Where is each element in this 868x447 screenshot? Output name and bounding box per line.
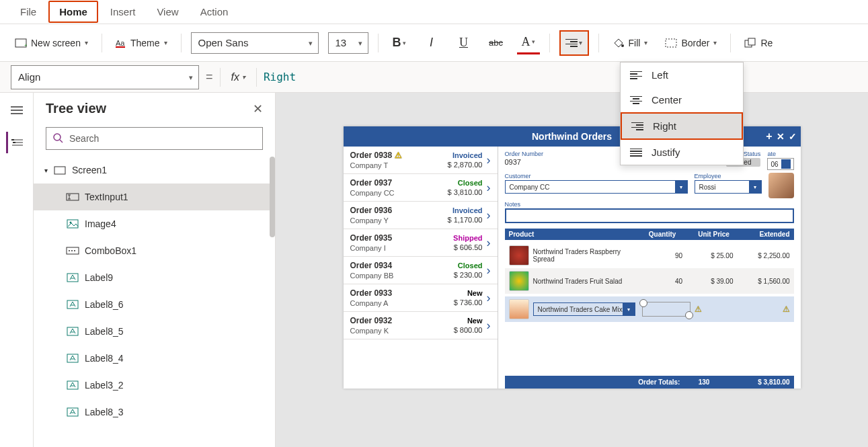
tree-node-textinput1[interactable]: TextInput1 bbox=[34, 184, 275, 210]
order-row[interactable]: Order 0938 ⚠Company TInvoiced$ 2,870.00› bbox=[344, 147, 498, 174]
tree-node-screen1[interactable]: ▾ Screen1 bbox=[34, 157, 275, 184]
menu-insert[interactable]: Insert bbox=[101, 2, 145, 22]
order-amount: $ 230.00 bbox=[454, 271, 483, 279]
product-header: Product Quantity Unit Price Extended bbox=[505, 229, 794, 240]
order-row[interactable]: Order 0933Company ANew$ 736.00› bbox=[344, 284, 498, 312]
chevron-right-icon: › bbox=[487, 208, 491, 222]
tree-node-label8_3[interactable]: Label8_3 bbox=[34, 399, 275, 425]
align-right-icon bbox=[631, 122, 643, 130]
canvas[interactable]: Northwind Orders + ✕ ✓ Order 0938 ⚠Compa… bbox=[276, 93, 868, 447]
date-picker[interactable]: 06 bbox=[767, 158, 793, 170]
tree-node-label8_6[interactable]: Label8_6 bbox=[34, 291, 275, 318]
new-product-row[interactable]: Northwind Traders Cake Mix▾ ⚠ ⚠ bbox=[505, 296, 794, 322]
order-id: Order 0936 bbox=[350, 206, 393, 215]
save-icon[interactable]: ✓ bbox=[789, 131, 797, 142]
screen-icon bbox=[53, 165, 67, 175]
scrollbar[interactable] bbox=[270, 157, 275, 237]
tree-node-label: Label3_2 bbox=[85, 380, 124, 391]
tree-node-image4[interactable]: Image4 bbox=[34, 210, 275, 237]
fill-button[interactable]: Fill ▾ bbox=[608, 35, 652, 51]
product-row[interactable]: Northwind Traders Fruit Salad40$ 39.00$ … bbox=[505, 268, 794, 294]
align-left-item[interactable]: Left bbox=[621, 63, 743, 87]
menu-action[interactable]: Action bbox=[191, 2, 238, 22]
product-thumbnail bbox=[509, 245, 529, 266]
product-qty: 40 bbox=[642, 278, 683, 285]
totals-row: Order Totals: 130 $ 3,810.00 bbox=[505, 376, 794, 389]
product-name: Northwind Traders Fruit Salad bbox=[533, 278, 638, 285]
align-right-icon bbox=[565, 39, 578, 47]
search-input[interactable]: Search bbox=[46, 127, 263, 150]
order-amount: $ 3,810.00 bbox=[448, 188, 483, 196]
label-icon bbox=[66, 326, 79, 337]
menu-file[interactable]: File bbox=[11, 2, 46, 22]
property-value: Align bbox=[18, 71, 40, 83]
border-label: Border bbox=[681, 38, 709, 48]
ribbon: + New screen ▾ Aa Theme ▾ Open Sans ▾ 13… bbox=[0, 24, 868, 62]
selection-handles[interactable] bbox=[642, 302, 691, 317]
order-id: Order 0933 bbox=[350, 288, 393, 298]
order-status: Shipped bbox=[453, 234, 482, 242]
chevron-down-icon: ▾ bbox=[358, 38, 362, 47]
fx-button[interactable]: fx▾ bbox=[227, 71, 249, 83]
tree-list[interactable]: ▾ Screen1 TextInput1Image4ComboBox1Label… bbox=[34, 157, 275, 447]
hamburger-icon[interactable] bbox=[6, 99, 28, 121]
tree-node-label9[interactable]: Label9 bbox=[34, 264, 275, 291]
add-icon[interactable]: + bbox=[766, 130, 772, 143]
svg-rect-7 bbox=[748, 38, 755, 45]
svg-point-22 bbox=[71, 250, 73, 251]
bold-button[interactable]: B▾ bbox=[388, 32, 411, 54]
tree-node-combobox1[interactable]: ComboBox1 bbox=[34, 237, 275, 264]
formula-value[interactable]: Right bbox=[264, 71, 296, 83]
align-dropdown-menu: Left Center Right Justify bbox=[620, 62, 744, 165]
svg-point-23 bbox=[74, 250, 75, 251]
close-icon[interactable]: ✕ bbox=[253, 101, 263, 116]
cancel-icon[interactable]: ✕ bbox=[777, 131, 785, 142]
product-thumbnail bbox=[509, 271, 529, 291]
align-justify-item[interactable]: Justify bbox=[621, 140, 743, 165]
font-color-button[interactable]: A▾ bbox=[517, 32, 540, 54]
align-right-item[interactable]: Right bbox=[621, 112, 743, 140]
tree-node-label: Label8_5 bbox=[85, 326, 124, 337]
theme-button[interactable]: Aa Theme ▾ bbox=[112, 35, 171, 51]
order-amount: $ 800.00 bbox=[454, 326, 483, 334]
font-family-select[interactable]: Open Sans ▾ bbox=[191, 32, 319, 54]
chevron-down-icon: ▾ bbox=[309, 38, 313, 47]
label-icon bbox=[66, 407, 79, 417]
employee-dropdown[interactable]: Rossi▾ bbox=[695, 180, 762, 194]
order-row[interactable]: Order 0934Company BBClosed$ 230.00› bbox=[344, 257, 498, 284]
customer-dropdown[interactable]: Company CC▾ bbox=[505, 180, 688, 194]
strikethrough-button[interactable]: abc bbox=[485, 32, 508, 54]
order-row[interactable]: Order 0932Company KNew$ 800.00› bbox=[344, 312, 498, 339]
menu-home[interactable]: Home bbox=[48, 1, 98, 23]
new-product-dropdown[interactable]: Northwind Traders Cake Mix▾ bbox=[533, 302, 635, 316]
align-center-item[interactable]: Center bbox=[621, 87, 743, 112]
font-size-select[interactable]: 13 ▾ bbox=[328, 32, 368, 54]
tree-node-label3_2[interactable]: Label3_2 bbox=[34, 372, 275, 399]
svg-line-12 bbox=[60, 140, 63, 143]
product-ext: $ 1,560.00 bbox=[738, 278, 790, 285]
tree-node-label8_4[interactable]: Label8_4 bbox=[34, 345, 275, 372]
text-align-button[interactable]: ▾ bbox=[559, 30, 589, 56]
fill-label: Fill bbox=[629, 38, 641, 48]
reorder-icon bbox=[744, 38, 756, 48]
svg-point-11 bbox=[54, 134, 61, 140]
order-row[interactable]: Order 0936Company YInvoiced$ 1,170.00› bbox=[344, 202, 498, 229]
order-row[interactable]: Order 0935Company IShipped$ 606.50› bbox=[344, 229, 498, 257]
border-button[interactable]: Border ▾ bbox=[661, 35, 721, 51]
tree-view-icon[interactable] bbox=[6, 132, 28, 153]
tree-title: Tree view bbox=[46, 101, 106, 116]
collapse-icon[interactable]: ▾ bbox=[44, 167, 48, 174]
calendar-icon bbox=[781, 159, 791, 169]
underline-button[interactable]: U bbox=[452, 32, 475, 54]
chevron-down-icon: ▾ bbox=[713, 39, 717, 46]
notes-input[interactable] bbox=[505, 208, 794, 223]
order-row[interactable]: Order 0937Company CCClosed$ 3,810.00› bbox=[344, 174, 498, 202]
tree-node-label8_5[interactable]: Label8_5 bbox=[34, 318, 275, 345]
new-screen-button[interactable]: + New screen ▾ bbox=[11, 35, 92, 51]
reorder-button[interactable]: Re bbox=[740, 35, 777, 51]
property-select[interactable]: Align ▾ bbox=[11, 65, 199, 89]
product-row[interactable]: Northwind Traders Raspberry Spread90$ 25… bbox=[505, 243, 794, 268]
italic-button[interactable]: I bbox=[420, 32, 443, 54]
menu-view[interactable]: View bbox=[147, 2, 188, 22]
order-list[interactable]: Order 0938 ⚠Company TInvoiced$ 2,870.00›… bbox=[344, 147, 498, 389]
